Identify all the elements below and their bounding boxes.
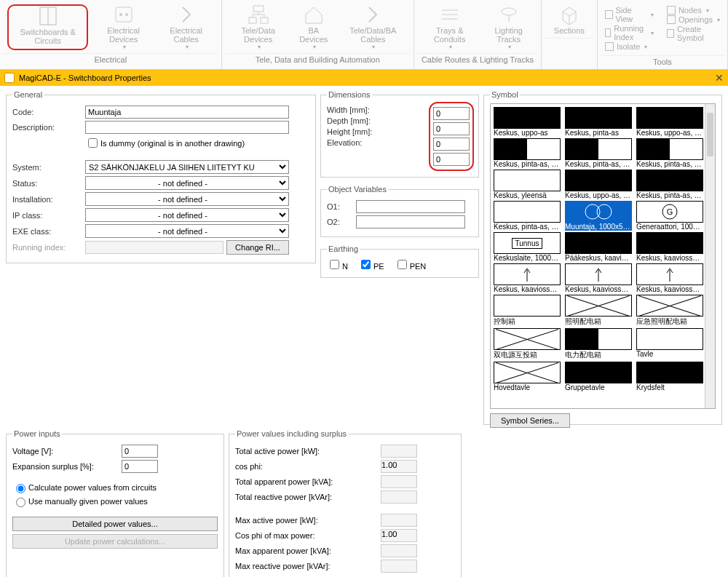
symbol-cell[interactable]: Tavle (635, 327, 705, 360)
dialog-titlebar: MagiCAD-E - Switchboard Properties ✕ (0, 70, 728, 86)
svg-rect-6 (249, 17, 256, 23)
tools-left: Side View▾ Running Index▾ Isolate▾ (605, 4, 654, 52)
ribbon-trays[interactable]: Trays & Conduits▾ (422, 4, 478, 50)
exe-select[interactable]: - not defined - (85, 224, 289, 238)
symbol-cell[interactable]: 控制箱 (492, 293, 562, 327)
symbol-cell[interactable]: 双电源互投箱 (492, 327, 562, 360)
pv-value: 1.00 (381, 460, 417, 473)
pe-check[interactable]: PE (358, 258, 384, 271)
svg-point-11 (597, 204, 612, 219)
width-input[interactable] (433, 107, 470, 120)
symbol-group: Symbol Keskus, uppo-asKeskus, pinta-asKe… (483, 90, 722, 425)
n-check[interactable]: N (327, 258, 348, 271)
install-select[interactable]: - not defined - (85, 192, 289, 206)
svg-rect-5 (253, 6, 264, 12)
power-values-group: Power values including surplus Total act… (229, 429, 462, 577)
svg-rect-2 (116, 7, 132, 22)
switchboard-icon (37, 6, 59, 26)
symbol-grid[interactable]: Keskus, uppo-asKeskus, pinta-asKeskus, u… (490, 103, 716, 409)
symbol-cell[interactable]: Keskus, pinta-as, ovell (492, 137, 562, 168)
tool-createsymbol[interactable]: Create Symbol (667, 25, 720, 42)
symbol-cell[interactable]: 应急照明配电箱 (635, 293, 705, 327)
symbol-cell[interactable]: Keskus, kaaviossa, 60 (492, 262, 562, 293)
svg-point-3 (119, 13, 122, 16)
ri-input (85, 241, 223, 254)
box-icon (558, 4, 580, 25)
symbol-cell[interactable]: Keskus, uppo-as (492, 106, 562, 137)
symbol-cell[interactable]: GGeneraattori, 1000x5 (635, 199, 705, 231)
calc-radio[interactable] (16, 484, 25, 493)
house-icon (303, 4, 325, 25)
description-input[interactable] (85, 121, 289, 134)
symbol-cell[interactable]: Keskus, pinta-as, suoj (563, 137, 633, 168)
ribbon-switchboards[interactable]: Switchboards & Circuits (7, 4, 88, 50)
symbol-cell[interactable]: Keskus, pinta-as (563, 106, 633, 137)
symbol-cell[interactable]: Keskus, kaaviossa, 60 (635, 231, 705, 262)
power-inputs-group: Power inputs Voltage [V]: Expansion surp… (6, 429, 224, 577)
symbol-cell[interactable]: Muuntaja, 1000x500, (563, 199, 633, 231)
svg-point-10 (585, 204, 600, 219)
ribbon-elec-cables[interactable]: Electrical Cables▾ (159, 4, 214, 50)
objvars-group: Object Variables O1: O2: (320, 185, 479, 237)
tool-openings[interactable]: Openings▾ (667, 15, 720, 24)
svg-text:G: G (667, 207, 673, 216)
status-select[interactable]: - not defined - (85, 176, 289, 190)
symbol-cell[interactable]: Keskus, pinta-as, ovell (635, 168, 705, 199)
outlet-icon (113, 4, 135, 25)
tool-nodes[interactable]: Nodes▾ (667, 6, 720, 15)
o2-input[interactable] (356, 215, 465, 228)
symbol-series-button[interactable]: Symbol Series... (490, 413, 570, 428)
symbol-cell[interactable]: Hovedtavle (492, 360, 562, 391)
symbol-cell[interactable]: Keskus, uppo-as, ovell (635, 106, 705, 137)
symbol-cell[interactable]: Keskus, pinta-as, suoj (635, 137, 705, 168)
pv-value (381, 514, 417, 527)
scrollbar[interactable] (705, 104, 715, 408)
pen-check[interactable]: PEN (395, 258, 427, 271)
elev-input[interactable] (433, 153, 470, 166)
svg-point-8 (502, 8, 516, 15)
ribbon-teledata[interactable]: Tele/Data Devices▾ (229, 4, 288, 50)
symbol-cell[interactable]: Keskus, pinta-as, suoj (492, 199, 562, 231)
symbol-cell[interactable]: 电力配电箱 (563, 327, 633, 360)
symbol-cell[interactable]: Keskus, yleensä (492, 168, 562, 199)
dialog-title: MagiCAD-E - Switchboard Properties (19, 73, 151, 82)
ribbon-ba-cables[interactable]: Tele/Data/BA Cables▾ (340, 4, 406, 50)
symbol-cell[interactable]: 照明配电箱 (563, 293, 633, 327)
depth-input[interactable] (433, 122, 470, 135)
dimensions-group: Dimensions Width [mm]: Depth [mm]: Heigh… (320, 90, 479, 178)
system-select[interactable]: S2 SÄHKÖNJAKELU JA SIIHEN LIITETYT KU (85, 160, 289, 174)
tool-isolate[interactable]: Isolate▾ (605, 42, 654, 51)
tray-icon (439, 4, 461, 25)
o1-input[interactable] (356, 200, 465, 213)
pv-value (381, 445, 417, 458)
code-input[interactable] (85, 106, 289, 119)
app-logo-icon (4, 73, 15, 83)
close-icon[interactable]: ✕ (715, 72, 724, 84)
ribbon-ba[interactable]: BA Devices▾ (293, 4, 334, 50)
symbol-cell[interactable]: Keskus, uppo-as, ovell (563, 168, 633, 199)
tool-sideview[interactable]: Side View▾ (605, 6, 654, 23)
symbol-cell[interactable]: Keskus, kaaviossa, 60 (635, 262, 705, 293)
symbol-cell[interactable]: Krydsfelt (635, 360, 705, 391)
symbol-cell[interactable]: Keskus, kaaviossa, 60 (563, 262, 633, 293)
change-ri-button[interactable]: Change RI... (226, 240, 289, 255)
ribbon-sections[interactable]: Sections (549, 4, 590, 35)
pv-value (381, 475, 417, 488)
surplus-input[interactable] (122, 460, 158, 473)
ribbon-group-tools: Tools (601, 55, 724, 69)
dummy-checkbox[interactable] (88, 138, 98, 148)
pv-value: 1.00 (381, 529, 417, 542)
detailed-power-button[interactable]: Detailed power values... (12, 517, 218, 531)
pv-value (381, 560, 417, 573)
symbol-cell[interactable]: Pääkeskus, kaaviossa (563, 231, 633, 262)
ribbon-elec-devices[interactable]: Electrical Devices▾ (94, 4, 152, 50)
manual-radio[interactable] (16, 498, 25, 507)
tool-runningindex[interactable]: Running Index▾ (605, 24, 654, 41)
height-input[interactable] (433, 138, 470, 151)
symbol-cell[interactable]: TunnusKeskuslaite, 1000x50 (492, 231, 562, 262)
general-group: General Code: Description: Is dummy (ori… (6, 90, 316, 263)
voltage-input[interactable] (122, 445, 158, 458)
symbol-cell[interactable]: Gruppetavle (563, 360, 633, 391)
ribbon-tracks[interactable]: Lighting Tracks▾ (484, 4, 534, 50)
ip-select[interactable]: - not defined - (85, 208, 289, 222)
